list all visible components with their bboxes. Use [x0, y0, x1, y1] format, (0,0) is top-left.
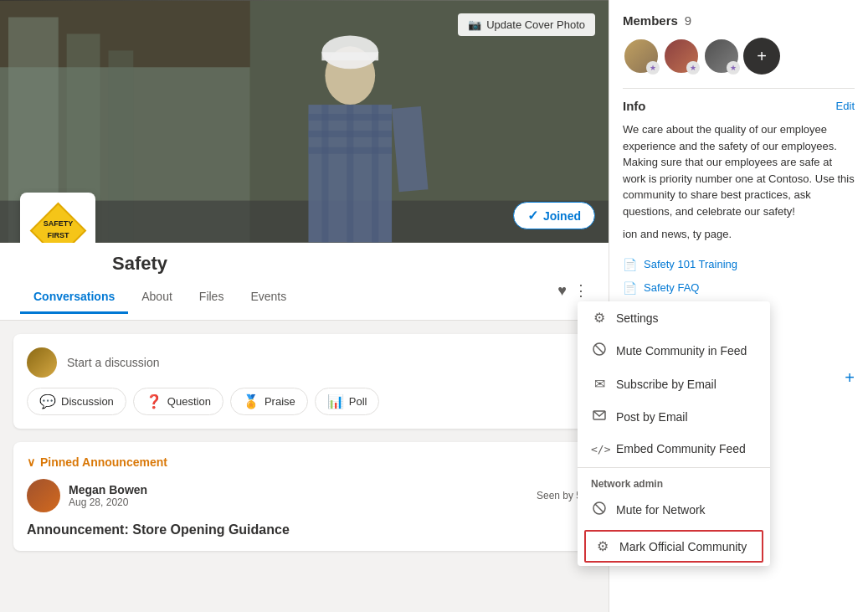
info-title: Info	[623, 99, 646, 113]
community-info-bar: Safety Conversations About Files Events …	[0, 243, 609, 321]
dropdown-embed-feed[interactable]: </> Embed Community Feed	[578, 434, 770, 464]
discussion-button[interactable]: 💬 Discussion	[27, 388, 126, 415]
current-user-avatar	[27, 347, 57, 378]
info-section: Info Edit We care about the quality of o…	[623, 99, 855, 243]
tab-conversations[interactable]: Conversations	[20, 281, 128, 314]
star-badge-1: ★	[646, 61, 660, 75]
post-email-icon	[591, 409, 608, 425]
discussion-icon: 💬	[39, 393, 56, 409]
poll-icon: 📊	[327, 393, 344, 409]
info-more-text: ion and news, ty page.	[623, 226, 855, 243]
mute-network-icon	[591, 501, 608, 518]
resource-item-1[interactable]: 📄 Safety 101 Training	[623, 253, 855, 276]
author-name: Megan Bowen	[69, 483, 147, 496]
members-label: Members	[623, 13, 678, 28]
svg-text:FIRST: FIRST	[47, 231, 69, 239]
star-badge-2: ★	[686, 61, 700, 75]
tab-files[interactable]: Files	[186, 281, 238, 314]
praise-icon: 🏅	[243, 393, 259, 409]
more-options-button[interactable]: ⋮	[573, 281, 588, 300]
add-resource-button[interactable]: +	[845, 368, 855, 388]
info-edit-link[interactable]: Edit	[836, 100, 855, 112]
pinned-announcement-card: ∨ Pinned Announcement Megan Bowen Aug 28…	[13, 442, 595, 551]
info-description: We care about the quality of our employe…	[623, 121, 855, 219]
chevron-down-icon: ∨	[27, 455, 35, 469]
official-icon: ⚙	[594, 538, 611, 554]
update-cover-photo-button[interactable]: 📷 Update Cover Photo	[458, 13, 595, 36]
question-icon: ❓	[146, 393, 162, 409]
dropdown-settings[interactable]: ⚙ Settings	[578, 301, 770, 334]
praise-button[interactable]: 🏅 Praise	[230, 388, 308, 415]
like-button[interactable]: ♥	[557, 282, 567, 300]
post-date: Aug 28, 2020	[69, 496, 147, 508]
tab-about[interactable]: About	[128, 281, 186, 314]
cover-photo: SAFETY FIRST 📷 Update Cover Photo ✓ Join…	[0, 0, 609, 243]
star-badge-3: ★	[727, 61, 740, 75]
svg-rect-9	[321, 52, 378, 60]
document-icon-1: 📄	[623, 258, 637, 271]
settings-icon: ⚙	[591, 310, 608, 326]
check-icon: ✓	[527, 208, 538, 224]
member-avatar-2[interactable]: ★	[663, 38, 700, 75]
divider-1	[623, 88, 855, 89]
resources-section: 📄 Safety 101 Training 📄 Safety FAQ	[623, 253, 855, 300]
svg-line-22	[595, 345, 603, 353]
dropdown-menu: ⚙ Settings Mute Community in Feed ✉ Subs…	[578, 301, 770, 566]
embed-icon: </>	[591, 443, 608, 455]
dropdown-mark-official[interactable]: ⚙ Mark Official Community	[584, 530, 763, 563]
add-member-button[interactable]: +	[743, 38, 780, 75]
mute-icon	[591, 342, 608, 359]
email-icon: ✉	[591, 376, 608, 392]
tab-events[interactable]: Events	[237, 281, 300, 314]
svg-line-25	[595, 504, 603, 512]
members-section: Members 9 ★ ★ ★ +	[623, 13, 855, 75]
post-title[interactable]: Announcement: Store Opening Guidance	[27, 522, 582, 537]
community-logo: SAFETY FIRST	[20, 193, 95, 243]
author-avatar	[27, 479, 60, 512]
start-discussion-card: Start a discussion 💬 Discussion ❓ Questi…	[13, 334, 595, 429]
discussion-placeholder[interactable]: Start a discussion	[67, 356, 160, 369]
dropdown-divider	[578, 467, 770, 468]
joined-badge[interactable]: ✓ Joined	[513, 202, 595, 229]
member-avatar-1[interactable]: ★	[623, 38, 660, 75]
dropdown-post-by-email[interactable]: Post by Email	[578, 400, 770, 434]
resource-item-2[interactable]: 📄 Safety FAQ	[623, 276, 855, 300]
community-name: Safety	[112, 253, 300, 275]
network-admin-label: Network admin	[578, 471, 770, 493]
members-count: 9	[685, 13, 691, 28]
camera-icon: 📷	[468, 18, 481, 31]
dropdown-subscribe-email[interactable]: ✉ Subscribe by Email	[578, 368, 770, 400]
seen-by-count: Seen by 5	[537, 490, 582, 501]
question-button[interactable]: ❓ Question	[133, 388, 223, 415]
poll-button[interactable]: 📊 Poll	[315, 388, 380, 415]
document-icon-2: 📄	[623, 281, 637, 295]
svg-text:SAFETY: SAFETY	[43, 219, 73, 228]
dropdown-mute-community[interactable]: Mute Community in Feed	[578, 334, 770, 368]
dropdown-mute-network[interactable]: Mute for Network	[578, 493, 770, 527]
pinned-announcement-label: Pinned Announcement	[40, 455, 167, 469]
member-avatar-3[interactable]: ★	[703, 38, 740, 75]
